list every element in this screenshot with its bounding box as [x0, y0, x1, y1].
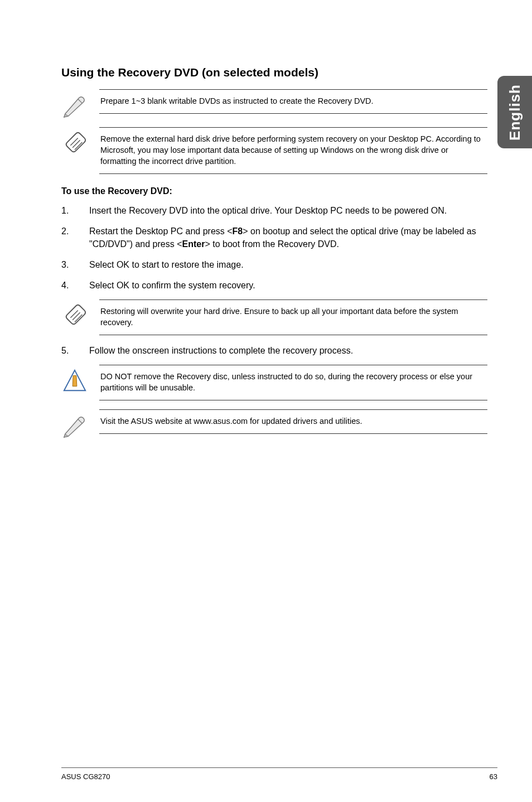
step-item: Restart the Desktop PC and press <F8> on… [61, 225, 487, 250]
step-text: Select OK to confirm the system recovery… [89, 279, 487, 292]
pencil-icon [61, 409, 88, 438]
step-text: Restart the Desktop PC and press <F8> on… [89, 225, 487, 250]
step-item: Insert the Recovery DVD into the optical… [61, 204, 487, 217]
warning-icon [61, 365, 88, 394]
steps-list-cont: Follow the onscreen instructions to comp… [61, 344, 487, 357]
pencil-icon [61, 89, 88, 118]
note-text: Visit the ASUS website at www.asus.com f… [99, 409, 487, 434]
step-text: Insert the Recovery DVD into the optical… [89, 204, 487, 217]
note-remove-external: Remove the external hard disk drive befo… [61, 127, 487, 174]
note-warning: DO NOT remove the Recovery disc, unless … [61, 365, 487, 400]
note-text: Prepare 1~3 blank writable DVDs as instr… [99, 89, 487, 114]
key-f8: F8 [233, 226, 243, 236]
key-enter: Enter [182, 239, 205, 249]
hand-icon [61, 127, 88, 156]
steps-list: Insert the Recovery DVD into the optical… [61, 204, 487, 292]
step-text: Follow the onscreen instructions to comp… [89, 344, 487, 357]
section-title: To use the Recovery DVD: [61, 186, 487, 196]
step-text: Select OK to start to restore the image. [89, 258, 487, 271]
step-item: Follow the onscreen instructions to comp… [61, 344, 487, 357]
note-text: Remove the external hard disk drive befo… [99, 127, 487, 174]
note-text: DO NOT remove the Recovery disc, unless … [99, 365, 487, 400]
step-item: Select OK to confirm the system recovery… [61, 279, 487, 292]
footer-model: ASUS CG8270 [61, 772, 110, 781]
step-item: Select OK to start to restore the image. [61, 258, 487, 271]
footer-page-number: 63 [490, 772, 497, 781]
page-footer: ASUS CG8270 63 [61, 767, 497, 781]
note-restoring: Restoring will overwrite your hard drive… [61, 299, 487, 335]
page-heading: Using the Recovery DVD (on selected mode… [61, 66, 487, 79]
note-visit: Visit the ASUS website at www.asus.com f… [61, 409, 487, 438]
language-label: English [506, 84, 524, 141]
note-prepare: Prepare 1~3 blank writable DVDs as instr… [61, 89, 487, 118]
note-text: Restoring will overwrite your hard drive… [99, 299, 487, 335]
language-tab: English [497, 76, 532, 148]
hand-icon [61, 299, 88, 328]
